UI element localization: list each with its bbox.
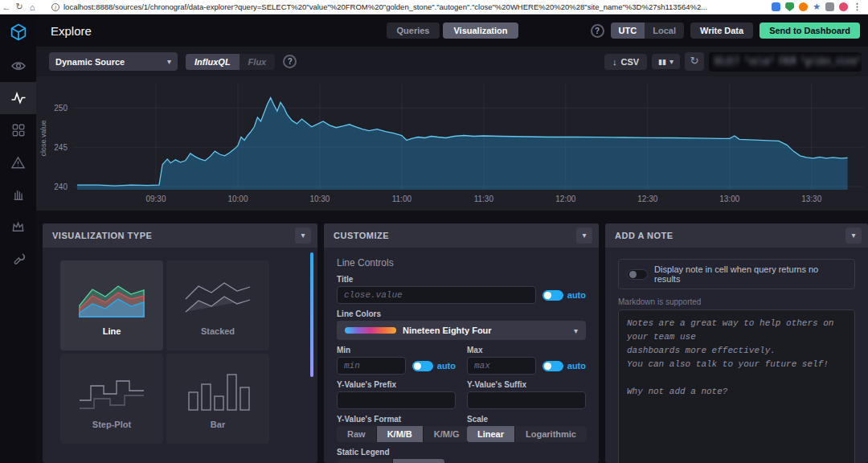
extension-icon[interactable]	[799, 2, 808, 11]
query-toolbar: Dynamic Source ▾ InfluxQL Flux ? ↓ CSV ▮…	[36, 47, 868, 76]
extensions-puzzle-icon[interactable]	[825, 2, 834, 11]
format-kmb-button[interactable]: K/M/B	[377, 426, 424, 442]
collapse-chevron-icon[interactable]: ▾	[295, 227, 311, 244]
extension-icon[interactable]	[772, 2, 780, 11]
scale-linear-button[interactable]: Linear	[467, 426, 515, 442]
shield-extension-icon[interactable]	[785, 2, 794, 11]
bar-chart-thumbnail	[181, 368, 255, 415]
chevron-down-icon: ▾	[167, 57, 171, 66]
sidebar-item-influx-admin[interactable]	[0, 211, 36, 243]
flux-button[interactable]: Flux	[240, 54, 276, 70]
min-auto-toggle[interactable]: auto	[412, 361, 456, 371]
y-prefix-input[interactable]	[337, 391, 456, 409]
site-info-icon[interactable]: i	[51, 3, 59, 11]
explorer-chart[interactable]: close.value 09:3010:0010:3011:0011:3012:…	[36, 76, 868, 211]
sidebar	[0, 14, 36, 463]
query-language-toggle: InfluxQL Flux	[186, 54, 275, 70]
local-button[interactable]: Local	[645, 23, 684, 39]
pulse-graph-icon	[10, 90, 27, 106]
legend-show-button[interactable]: Show	[337, 459, 393, 463]
scale-radio: Linear Logarithmic	[467, 426, 587, 442]
url-bar[interactable]: i localhost:8888/sources/1/chronograf/da…	[45, 2, 765, 13]
y-min-input[interactable]	[337, 357, 406, 375]
viz-type-stacked[interactable]: Stacked	[166, 260, 269, 350]
panel-scrollbar[interactable]	[310, 252, 313, 377]
auto-label: auto	[437, 361, 456, 371]
back-icon[interactable]: ←	[0, 2, 13, 12]
wrench-icon	[11, 252, 26, 266]
max-label: Max	[467, 346, 586, 354]
help-icon[interactable]: ?	[591, 24, 604, 38]
note-textarea[interactable]	[618, 309, 855, 463]
line-controls-heading: Line Controls	[337, 257, 586, 268]
format-kmg-button[interactable]: K/M/G	[424, 426, 470, 442]
title-field-label: Title	[337, 275, 586, 284]
scale-log-button[interactable]: Logarithmic	[515, 426, 587, 442]
scale-label: Scale	[467, 415, 586, 424]
download-csv-button[interactable]: ↓ CSV	[604, 54, 647, 70]
home-icon[interactable]: ⌂	[26, 2, 39, 12]
panel-title: VISUALIZATION TYPE	[52, 231, 295, 240]
sidebar-item-configuration[interactable]	[0, 243, 36, 275]
y-suffix-input[interactable]	[467, 391, 586, 409]
svg-text:11:00: 11:00	[392, 195, 412, 203]
horizontal-resizer[interactable]	[36, 211, 868, 223]
title-auto-toggle[interactable]: auto	[542, 290, 586, 301]
write-data-button[interactable]: Write Data	[690, 23, 753, 39]
auto-label: auto	[567, 361, 586, 371]
format-raw-button[interactable]: Raw	[337, 426, 377, 442]
tab-queries[interactable]: Queries	[386, 23, 440, 39]
viz-type-label: Line	[103, 326, 121, 336]
sidebar-item-dashboards[interactable]	[0, 114, 36, 146]
viz-type-label: Stacked	[201, 326, 235, 336]
send-to-dashboard-button[interactable]: Send to Dashboard	[760, 23, 860, 39]
source-dropdown[interactable]: Dynamic Source ▾	[49, 52, 178, 71]
customize-panel: CUSTOMIZE ▾ Line Controls Title auto Lin…	[324, 223, 599, 463]
sidebar-item-alerting[interactable]	[0, 146, 36, 178]
svg-text:10:30: 10:30	[309, 195, 330, 203]
browser-menu-icon[interactable]: ⋮	[853, 2, 862, 12]
toggle-knob	[412, 361, 433, 371]
visualization-type-header: VISUALIZATION TYPE ▾	[43, 223, 317, 248]
svg-text:250: 250	[54, 104, 68, 113]
legend-hide-button[interactable]: Hide	[393, 459, 444, 463]
collapse-chevron-icon[interactable]: ▾	[845, 227, 862, 244]
sidebar-item-hosts[interactable]	[0, 50, 36, 82]
customize-header: CUSTOMIZE ▾	[324, 223, 599, 248]
collapse-chevron-icon[interactable]: ▾	[576, 227, 592, 244]
chronograf-logo-icon[interactable]	[0, 14, 36, 50]
viz-type-step-plot[interactable]: Step-Plot	[60, 354, 163, 444]
prefix-label: Y-Value's Prefix	[337, 380, 456, 389]
y-max-input[interactable]	[467, 357, 536, 375]
panel-title: CUSTOMIZE	[334, 231, 576, 240]
note-display-toggle[interactable]	[627, 269, 648, 280]
bookmark-star-icon[interactable]: ★	[813, 2, 821, 11]
graph-title-input[interactable]	[337, 286, 536, 304]
influxql-button[interactable]: InfluxQL	[186, 54, 240, 70]
note-body: Display note in cell when query returns …	[605, 248, 868, 463]
svg-text:12:30: 12:30	[637, 195, 657, 203]
viz-type-line[interactable]: Line	[60, 260, 163, 350]
explorer-chart-svg: 09:3010:0010:3011:0011:3012:0012:3013:00…	[36, 76, 868, 211]
profile-avatar[interactable]	[839, 2, 848, 11]
svg-text:13:30: 13:30	[801, 195, 821, 203]
alert-triangle-icon	[10, 155, 26, 170]
max-auto-toggle[interactable]: auto	[542, 361, 586, 371]
sidebar-item-explore[interactable]	[0, 82, 36, 114]
sidebar-item-admin[interactable]	[0, 178, 36, 211]
pause-dropdown[interactable]: ▮▮ ▾	[652, 54, 680, 69]
browser-chrome: ← ↻ ⌂ i localhost:8888/sources/1/chronog…	[0, 0, 868, 14]
source-dropdown-label: Dynamic Source	[55, 57, 167, 67]
format-label: Y-Value's Format	[337, 415, 456, 424]
viz-type-bar[interactable]: Bar	[166, 354, 269, 444]
stacked-chart-thumbnail	[181, 275, 255, 322]
refresh-button[interactable]: ↻	[685, 52, 704, 71]
line-colors-dropdown[interactable]: Nineteen Eighty Four ▾	[337, 321, 586, 340]
tab-visualization[interactable]: Visualization	[443, 23, 518, 39]
timezone-toggle: UTC Local	[611, 23, 684, 39]
reload-icon[interactable]: ↻	[13, 2, 26, 12]
line-chart-thumbnail	[75, 275, 149, 322]
blurred-query-text: SELECT "value" FROM "golden_stone"."auto…	[714, 56, 862, 68]
utc-button[interactable]: UTC	[611, 23, 645, 39]
language-help-icon[interactable]: ?	[283, 55, 297, 68]
